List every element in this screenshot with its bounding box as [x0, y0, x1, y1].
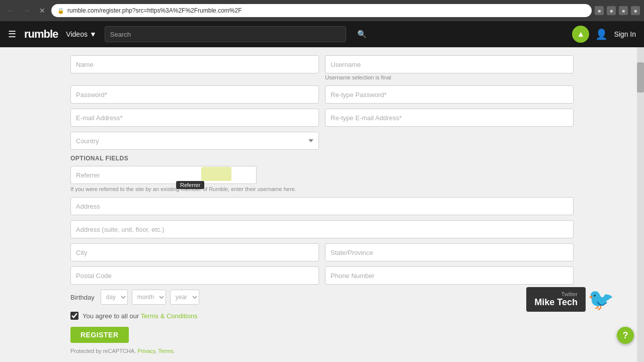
url-text: rumble.com/register.php?src=https%3A%2F%…	[67, 7, 242, 14]
birthday-month-select[interactable]: month	[132, 290, 166, 305]
email-group	[70, 109, 319, 127]
city-state-row	[70, 243, 574, 261]
retype-password-input[interactable]	[325, 85, 574, 104]
username-hint: Username selection is final	[325, 74, 574, 80]
birthday-day-select[interactable]: day	[101, 290, 128, 305]
terms-row: You agree to all our Terms & Conditions	[70, 312, 574, 320]
help-button[interactable]: ?	[617, 327, 634, 344]
birthday-row: Birthday day month year	[70, 290, 574, 305]
upload-icon[interactable]: ▲	[572, 26, 589, 43]
state-group	[325, 243, 574, 261]
twitter-name: Mike Tech	[534, 297, 578, 308]
retype-email-input[interactable]	[325, 109, 574, 127]
search-placeholder: Search	[110, 31, 131, 38]
twitter-card: Twitter Mike Tech	[526, 287, 586, 312]
city-group	[70, 243, 319, 261]
country-spacer	[325, 132, 574, 150]
address-bar[interactable]: 🔒 rumble.com/register.php?src=https%3A%2…	[51, 4, 592, 17]
address2-row	[70, 220, 574, 238]
optional-fields-section: OPTIONAL FIELDS Referrer If you were ref…	[70, 155, 574, 354]
country-group: Country	[70, 132, 319, 150]
register-button[interactable]: REGISTER	[70, 327, 129, 343]
retype-email-group	[325, 109, 574, 127]
terms-link[interactable]: Terms & Conditions	[141, 312, 198, 320]
optional-fields-label: OPTIONAL FIELDS	[70, 155, 574, 162]
search-icon[interactable]: 🔍	[357, 30, 367, 39]
chevron-down-icon: ▼	[90, 30, 97, 38]
search-bar[interactable]: Search	[105, 26, 346, 42]
site-logo[interactable]: rumble	[24, 28, 58, 41]
address2-input[interactable]	[70, 220, 574, 238]
ext-icon-2[interactable]: ■	[607, 6, 616, 15]
address-group	[70, 197, 574, 215]
scrollbar-thumb[interactable]	[637, 62, 644, 93]
twitter-bird-icon: 🐦	[588, 287, 614, 312]
email-input[interactable]	[70, 109, 319, 127]
birthday-label: Birthday	[70, 294, 95, 301]
city-input[interactable]	[70, 243, 319, 261]
twitter-platform: Twitter	[561, 291, 578, 297]
referrer-container: Referrer	[70, 166, 574, 184]
referrer-hint: If you were referred to the site by an e…	[70, 186, 574, 192]
postal-group	[70, 266, 319, 285]
password-input[interactable]	[70, 85, 319, 104]
back-button[interactable]: ←	[4, 5, 17, 17]
forward-button[interactable]: →	[20, 5, 33, 17]
name-group	[70, 55, 319, 80]
username-group: Username selection is final	[325, 55, 574, 80]
terms-text: You agree to all our Terms & Conditions	[83, 312, 197, 320]
ext-icon-3[interactable]: ■	[619, 6, 628, 15]
scrollbar-track	[637, 47, 644, 362]
signin-label: Sign In	[614, 30, 636, 38]
browser-actions: ■ ■ ■ ■	[595, 6, 640, 15]
retype-password-group	[325, 85, 574, 104]
referrer-input[interactable]	[70, 166, 257, 184]
videos-menu[interactable]: Videos ▼	[66, 30, 96, 38]
videos-label: Videos	[66, 30, 88, 38]
refresh-button[interactable]: ✕	[36, 5, 48, 17]
email-row	[70, 109, 574, 127]
address-row	[70, 197, 574, 215]
phone-input[interactable]	[325, 266, 574, 285]
password-row	[70, 85, 574, 104]
twitter-overlay: Twitter Mike Tech 🐦	[526, 287, 614, 312]
page-content: Username selection is final Country OPTI…	[0, 47, 644, 362]
postal-input[interactable]	[70, 266, 319, 285]
name-username-row: Username selection is final	[70, 55, 574, 80]
signin-button[interactable]: Sign In	[614, 30, 636, 38]
username-input[interactable]	[325, 55, 574, 73]
privacy-link[interactable]: Privacy	[137, 348, 155, 354]
terms-checkbox[interactable]	[70, 312, 78, 320]
address2-group	[70, 220, 574, 238]
address-input[interactable]	[70, 197, 574, 215]
nav-right: ▲ 👤 Sign In	[572, 26, 636, 43]
phone-group	[325, 266, 574, 285]
lock-icon: 🔒	[57, 8, 64, 14]
state-input[interactable]	[325, 243, 574, 261]
country-select[interactable]: Country	[70, 132, 319, 150]
country-row: Country	[70, 132, 574, 150]
navbar: ☰ rumble Videos ▼ Search 🔍 ▲ 👤 Sign In	[0, 21, 644, 47]
user-icon[interactable]: 👤	[595, 28, 608, 40]
ext-icon-4[interactable]: ■	[631, 6, 640, 15]
browser-chrome: ← → ✕ 🔒 rumble.com/register.php?src=http…	[0, 0, 644, 21]
birthday-year-select[interactable]: year	[170, 290, 199, 305]
terms-link2[interactable]: Terms	[158, 348, 173, 354]
name-input[interactable]	[70, 55, 319, 73]
password-group	[70, 85, 319, 104]
postal-phone-row	[70, 266, 574, 285]
ext-icon-1[interactable]: ■	[595, 6, 604, 15]
hamburger-icon[interactable]: ☰	[8, 29, 16, 40]
recaptcha-text: Protected by reCAPTCHA. Privacy, Terms.	[70, 348, 574, 354]
